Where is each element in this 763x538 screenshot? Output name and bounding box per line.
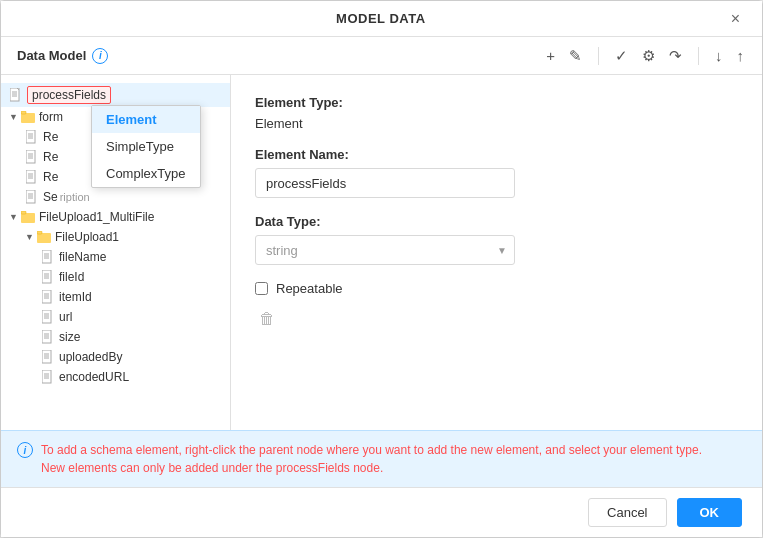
info-icon[interactable]: i (92, 48, 108, 64)
doc-icon-size (41, 330, 55, 344)
element-name-input[interactable] (255, 168, 515, 198)
se-description: ription (60, 191, 90, 203)
toolbar-separator-1 (598, 47, 599, 65)
fileupload1-label: FileUpload1 (55, 230, 119, 244)
svg-rect-25 (37, 233, 51, 243)
doc-icon-filename (41, 250, 55, 264)
repeatable-checkbox[interactable] (255, 282, 268, 295)
tree-item-processfields[interactable]: processFields (1, 83, 230, 107)
toolbar-title-text: Data Model (17, 48, 86, 63)
close-button[interactable]: × (725, 9, 746, 29)
repeatable-label: Repeatable (276, 281, 343, 296)
doc-icon-encodedurl (41, 370, 55, 384)
context-menu-complextype[interactable]: ComplexType (92, 160, 200, 187)
footer-info-icon: i (17, 442, 33, 458)
form-label: form (39, 110, 63, 124)
edit-icon[interactable]: ✎ (567, 45, 584, 67)
tree-item-fileupload-multifile[interactable]: ▼ FileUpload1_MultiFile (1, 207, 230, 227)
modal-overlay: MODEL DATA × Data Model i + ✎ ✓ ⚙ ↷ ↓ ↑ (0, 0, 763, 538)
modal-title: MODEL DATA (37, 11, 725, 26)
doc-icon-itemid (41, 290, 55, 304)
chevron-fileupload1: ▼ (25, 232, 35, 242)
data-type-select-wrapper: string ▼ (255, 235, 515, 265)
arrow-icon[interactable]: ↷ (667, 45, 684, 67)
context-menu-simpletype[interactable]: SimpleType (92, 133, 200, 160)
svg-rect-23 (21, 213, 35, 223)
tree-item-fileid[interactable]: fileId (1, 267, 230, 287)
upload-icon[interactable]: ↑ (735, 45, 747, 66)
element-type-group: Element Type: Element (255, 95, 738, 131)
delete-button[interactable]: 🗑 (255, 308, 279, 330)
tree-item-fileupload1[interactable]: ▼ FileUpload1 (1, 227, 230, 247)
footer-info-line1: To add a schema element, right-click the… (41, 443, 702, 457)
doc-icon-fileid (41, 270, 55, 284)
modal-body: processFields Element SimpleType Complex… (1, 75, 762, 430)
tree-item-se[interactable]: Se ription (1, 187, 230, 207)
tree-item-filename[interactable]: fileName (1, 247, 230, 267)
fileid-label: fileId (59, 270, 84, 284)
doc-icon-re3 (25, 170, 39, 184)
folder-icon-fileupload1 (37, 230, 51, 244)
element-type-value: Element (255, 116, 738, 131)
footer-info-text: To add a schema element, right-click the… (41, 441, 702, 477)
data-type-select[interactable]: string (255, 235, 515, 265)
repeatable-row: Repeatable (255, 281, 738, 296)
filename-label: fileName (59, 250, 106, 264)
uploadedby-label: uploadedBy (59, 350, 122, 364)
right-panel: Element Type: Element Element Name: Data… (231, 75, 762, 430)
doc-icon-se (25, 190, 39, 204)
svg-rect-26 (37, 231, 42, 234)
context-menu: Element SimpleType ComplexType (91, 105, 201, 188)
re3-label: Re (43, 170, 58, 184)
element-name-group: Element Name: (255, 147, 738, 198)
data-type-label: Data Type: (255, 214, 738, 229)
folder-icon-form (21, 110, 35, 124)
modal-dialog: MODEL DATA × Data Model i + ✎ ✓ ⚙ ↷ ↓ ↑ (0, 0, 763, 538)
left-panel: processFields Element SimpleType Complex… (1, 75, 231, 430)
itemid-label: itemId (59, 290, 92, 304)
chevron-fileupload-multifile: ▼ (9, 212, 19, 222)
encodedurl-label: encodedURL (59, 370, 129, 384)
tree-item-encodedurl[interactable]: encodedURL (1, 367, 230, 387)
context-menu-element[interactable]: Element (92, 106, 200, 133)
footer-info-line2: New elements can only be added under the… (41, 461, 383, 475)
data-type-group: Data Type: string ▼ (255, 214, 738, 265)
footer-info: i To add a schema element, right-click t… (1, 430, 762, 487)
doc-icon-re1 (25, 130, 39, 144)
url-label: url (59, 310, 72, 324)
toolbar: Data Model i + ✎ ✓ ⚙ ↷ ↓ ↑ (1, 37, 762, 75)
tree-item-uploadedby[interactable]: uploadedBy (1, 347, 230, 367)
fileupload-multifile-label: FileUpload1_MultiFile (39, 210, 154, 224)
re2-label: Re (43, 150, 58, 164)
cancel-button[interactable]: Cancel (588, 498, 666, 527)
re1-label: Re (43, 130, 58, 144)
svg-rect-6 (21, 111, 26, 114)
tree-item-url[interactable]: url (1, 307, 230, 327)
element-type-label: Element Type: (255, 95, 738, 110)
doc-icon-re2 (25, 150, 39, 164)
toolbar-icons: + ✎ ✓ ⚙ ↷ ↓ ↑ (544, 45, 746, 67)
check-icon[interactable]: ✓ (613, 45, 630, 67)
tree-item-size[interactable]: size (1, 327, 230, 347)
doc-icon-processfields (9, 88, 23, 102)
size-label: size (59, 330, 80, 344)
modal-footer: Cancel OK (1, 487, 762, 537)
svg-rect-24 (21, 211, 26, 214)
se-label: Se (43, 190, 58, 204)
ok-button[interactable]: OK (677, 498, 743, 527)
doc-icon-url (41, 310, 55, 324)
processfields-label: processFields (27, 86, 111, 104)
element-name-label: Element Name: (255, 147, 738, 162)
tree-item-itemid[interactable]: itemId (1, 287, 230, 307)
download-icon[interactable]: ↓ (713, 45, 725, 66)
data-model-title: Data Model i (17, 48, 108, 64)
folder-icon-multifile (21, 210, 35, 224)
chevron-form: ▼ (9, 112, 19, 122)
doc-icon-uploadedby (41, 350, 55, 364)
toolbar-separator-2 (698, 47, 699, 65)
settings-icon[interactable]: ⚙ (640, 45, 657, 67)
modal-header: MODEL DATA × (1, 1, 762, 37)
add-icon[interactable]: + (544, 45, 557, 66)
